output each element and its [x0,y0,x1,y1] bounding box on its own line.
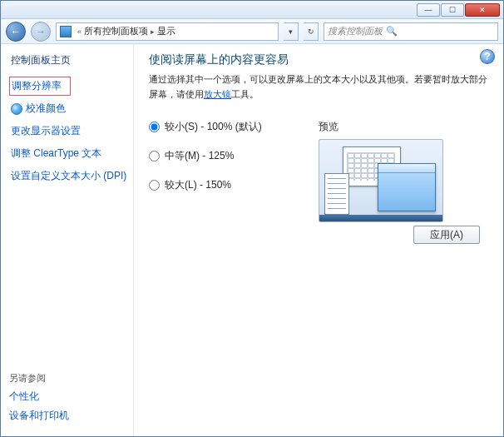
minimize-button[interactable]: — [417,3,440,17]
radio-label: 较大(L) - 150% [165,178,231,192]
sidebar-item-display-settings[interactable]: 更改显示器设置 [9,122,130,141]
address-bar: ← → « 所有控制面板项 ▸ 显示 ▾ ↻ 搜索控制面板 🔍 [1,19,503,44]
body: 控制面板主页 调整分辨率 校准颜色 更改显示器设置 调整 ClearType 文… [1,44,503,436]
sidebar-item-label: 设置自定义文本大小 (DPI) [11,169,126,183]
preview-window-icon [378,163,436,211]
sidebar: 控制面板主页 调整分辨率 校准颜色 更改显示器设置 调整 ClearType 文… [1,44,134,436]
nav-back-button[interactable]: ← [6,22,26,42]
sidebar-link-personalization[interactable]: 个性化 [9,390,130,404]
preview-label: 预览 [319,120,488,134]
preview-window-icon [324,173,349,215]
sidebar-item-custom-dpi[interactable]: 设置自定义文本大小 (DPI) [9,166,130,186]
main-content: ? 使阅读屏幕上的内容更容易 通过选择其中一个选项，可以更改屏幕上的文本大小以及… [134,44,503,436]
maximize-button[interactable]: ☐ [441,3,464,17]
breadcrumb-dropdown[interactable]: ▾ [284,22,299,41]
window: — ☐ ✕ ← → « 所有控制面板项 ▸ 显示 ▾ ↻ 搜索控制面板 🔍 控制… [0,0,504,437]
radio-large[interactable] [149,180,160,191]
scale-option-large[interactable]: 较大(L) - 150% [149,178,299,192]
sidebar-item-cleartype[interactable]: 调整 ClearType 文本 [9,144,130,163]
sidebar-item-label: 调整 ClearType 文本 [11,146,101,161]
search-icon: 🔍 [386,26,398,37]
chevron-icon: « [75,27,84,36]
breadcrumb[interactable]: « 所有控制面板项 ▸ 显示 [56,22,279,41]
titlebar: — ☐ ✕ [1,1,503,19]
page-description: 通过选择其中一个选项，可以更改屏幕上的文本大小以及其他项。若要暂时放大部分屏幕，… [149,72,488,102]
preview-image [319,139,443,222]
breadcrumb-level1[interactable]: 所有控制面板项 [84,25,148,37]
help-icon[interactable]: ? [480,49,495,64]
scale-option-small[interactable]: 较小(S) - 100% (默认) [149,120,299,134]
sidebar-item-label: 调整分辨率 [12,79,62,93]
breadcrumb-level2[interactable]: 显示 [157,25,175,37]
radio-label: 中等(M) - 125% [165,149,234,163]
page-title: 使阅读屏幕上的内容更容易 [149,52,488,67]
radio-label: 较小(S) - 100% (默认) [165,120,262,134]
sidebar-item-label: 更改显示器设置 [11,124,81,138]
desc-text-a: 通过选择其中一个选项，可以更改屏幕上的文本大小以及其他项。若要暂时放大部分屏幕，… [149,74,487,99]
sidebar-link-devices-printers[interactable]: 设备和打印机 [9,409,130,423]
sidebar-item-calibrate-color[interactable]: 校准颜色 [9,99,130,118]
search-input[interactable]: 搜索控制面板 🔍 [324,22,498,41]
radio-medium[interactable] [149,151,160,161]
refresh-button[interactable]: ↻ [304,22,319,41]
nav-forward-button[interactable]: → [31,22,51,42]
apply-button[interactable]: 应用(A) [413,226,480,244]
sidebar-item-resolution[interactable]: 调整分辨率 [9,77,71,96]
scale-options: 较小(S) - 100% (默认) 中等(M) - 125% 较大(L) - 1… [149,120,299,222]
radio-small[interactable] [149,122,160,132]
see-also-label: 另请参阅 [9,372,130,385]
chevron-right-icon: ▸ [148,27,157,36]
scale-option-medium[interactable]: 中等(M) - 125% [149,149,299,163]
preview-area: 预览 [319,120,488,222]
search-placeholder: 搜索控制面板 [328,25,383,37]
magnifier-link[interactable]: 放大镜 [204,89,231,99]
control-panel-home-link[interactable]: 控制面板主页 [9,52,130,68]
desc-text-b: 工具。 [231,89,259,99]
shield-icon [11,103,22,115]
sidebar-item-label: 校准颜色 [26,102,66,116]
preview-taskbar-icon [319,215,442,221]
control-panel-icon [60,26,72,37]
close-button[interactable]: ✕ [465,3,500,17]
